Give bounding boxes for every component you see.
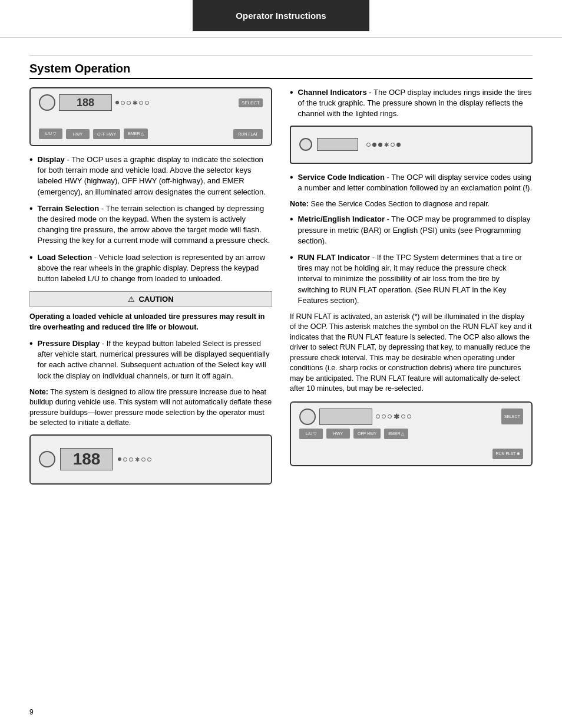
- term-display: Display: [38, 155, 65, 164]
- rf-dot4: [401, 414, 405, 419]
- list-item-service-code: Service Code Indication - The OCP will d…: [290, 172, 533, 193]
- note-label-right: Note:: [290, 200, 309, 208]
- runflat-device-image: ✱ L/U ▽ HWY OFF HWY EMER △ SELECT RUN FL…: [290, 401, 533, 466]
- dot3: [127, 101, 131, 105]
- rf-emer-key[interactable]: EMER △: [384, 429, 408, 439]
- term-service: Service Code Indication: [298, 173, 385, 182]
- right-column: Channel Indicators - The OCP display inc…: [290, 87, 533, 490]
- rf-select-btn[interactable]: SELECT: [501, 409, 523, 424]
- header-bar: Operator Instructions: [193, 0, 369, 31]
- select-button-top[interactable]: SELECT: [239, 98, 263, 107]
- note-text-right: Note: See the Service Codes Section to d…: [290, 199, 533, 210]
- hwy-key[interactable]: HWY: [66, 129, 90, 139]
- two-col-layout: 188 ✱ SELECT L/U ▽ HWY OFF HWY EM: [29, 87, 533, 490]
- ch-dot1: [366, 143, 371, 147]
- ch-asterisk: ✱: [384, 141, 389, 148]
- page-number: 9: [29, 708, 34, 716]
- right-bullet-list-2: Service Code Indication - The OCP will d…: [290, 172, 533, 193]
- large-device-display: 188: [60, 448, 113, 470]
- large-device-dial: [39, 451, 55, 467]
- note-label-1: Note:: [29, 388, 48, 396]
- ch-dot5: [396, 143, 401, 147]
- runflat-dial: [299, 409, 316, 425]
- list-item-display: Display - The OCP uses a graphic display…: [29, 154, 272, 197]
- large-device-dots: ✱: [118, 456, 151, 463]
- header-inner: Operator Instructions: [0, 0, 562, 31]
- large-dot1: [118, 457, 121, 461]
- note-text-1: Note: The system is designed to allow ti…: [29, 387, 272, 429]
- list-item-load: Load Selection - Vehicle load selection …: [29, 252, 272, 285]
- large-dot4: [141, 457, 146, 462]
- term-runflat: RUN FLAT Indicator: [298, 253, 371, 262]
- large-device-right: ✱: [118, 456, 151, 463]
- ch-dial: [299, 138, 312, 151]
- rf-hwy-key[interactable]: HWY: [326, 429, 350, 439]
- rf-offhwy-key[interactable]: OFF HWY: [353, 429, 381, 439]
- ch-dot2: [372, 143, 376, 147]
- list-item-terrain: Terrain Selection - The terrain selectio…: [29, 203, 272, 246]
- dot5: [145, 101, 149, 105]
- device-display: 188: [59, 94, 112, 111]
- caution-warning-text: Operating a loaded vehicle at unloaded t…: [29, 312, 272, 332]
- caution-triangle-icon: ⚠: [128, 295, 135, 304]
- list-item-channel: Channel Indicators - The OCP display inc…: [290, 87, 533, 120]
- large-dot-asterisk: ✱: [135, 456, 140, 463]
- dot4: [139, 101, 143, 105]
- right-bullet-list-3: Metric/English Indicator - The OCP may b…: [290, 214, 533, 306]
- large-dot5: [147, 457, 151, 462]
- channel-indicator-image: ✱: [290, 126, 533, 164]
- ch-dot3: [378, 143, 382, 147]
- right-bullet-list-1: Channel Indicators - The OCP display inc…: [290, 87, 533, 120]
- rf-dot3: [388, 414, 392, 419]
- bullet-list-2: Pressure Display - If the keypad button …: [29, 338, 272, 381]
- runflat-detail-text: If RUN FLAT is activated, an asterisk (*…: [290, 312, 533, 394]
- runflat-key-top[interactable]: RUN FLAT: [233, 129, 263, 139]
- header-title: Operator Instructions: [236, 11, 326, 21]
- runflat-display: [319, 409, 372, 425]
- large-dot3: [129, 457, 133, 462]
- offhwy-key[interactable]: OFF HWY: [93, 129, 120, 139]
- term-channel: Channel Indicators: [298, 88, 367, 97]
- runflat-bottom-row: L/U ▽ HWY OFF HWY EMER △: [299, 429, 523, 439]
- left-column: 188 ✱ SELECT L/U ▽ HWY OFF HWY EM: [29, 87, 272, 490]
- rf-lu-key[interactable]: L/U ▽: [299, 429, 323, 439]
- large-dot2: [123, 457, 127, 462]
- rf-dot1: [376, 414, 380, 419]
- device-dial: [39, 94, 55, 111]
- term-terrain: Terrain Selection: [38, 204, 100, 213]
- runflat-top-row: ✱: [299, 409, 523, 425]
- section-title: System Operation: [29, 62, 533, 79]
- term-load: Load Selection: [38, 253, 92, 262]
- list-item-pressure-display: Pressure Display - If the keypad button …: [29, 338, 272, 381]
- rf-dot5: [407, 414, 411, 419]
- caution-box: ⚠ CAUTION: [29, 291, 272, 307]
- page-content: System Operation 188 ✱ SELECT: [0, 44, 562, 508]
- dot-asterisk: ✱: [133, 100, 137, 106]
- rf-runflat-btn[interactable]: RUN FLAT ✱: [492, 449, 523, 459]
- lu-key[interactable]: L/U ▽: [39, 129, 62, 139]
- dot1: [115, 101, 119, 104]
- term-metric: Metric/English Indicator: [298, 215, 385, 223]
- device-top-row: 188 ✱ SELECT: [39, 94, 263, 111]
- caution-label: CAUTION: [138, 295, 173, 304]
- rf-dot2: [382, 414, 386, 419]
- large-device-image: 188 ✱: [29, 434, 272, 485]
- term-pressure: Pressure Display: [38, 339, 100, 348]
- device-image-top: 188 ✱ SELECT L/U ▽ HWY OFF HWY EM: [29, 87, 272, 146]
- list-item-metric: Metric/English Indicator - The OCP may b…: [290, 214, 533, 246]
- emer-key[interactable]: EMER △: [124, 129, 148, 139]
- ch-dot4: [391, 143, 395, 147]
- list-item-runflat: RUN FLAT Indicator - If the TPC System d…: [290, 252, 533, 306]
- top-rule: [29, 55, 533, 56]
- rf-asterisk: ✱: [394, 413, 399, 421]
- bullet-list-1: Display - The OCP uses a graphic display…: [29, 154, 272, 284]
- header-wrapper: Operator Instructions: [0, 0, 562, 38]
- dot2: [121, 101, 125, 105]
- runflat-dots: ✱: [376, 413, 411, 421]
- ch-display: [317, 138, 358, 151]
- device-dots: ✱: [115, 100, 149, 106]
- device-bottom-row: L/U ▽ HWY OFF HWY EMER △ RUN FLAT: [39, 129, 263, 139]
- ch-dots: ✱: [366, 141, 401, 148]
